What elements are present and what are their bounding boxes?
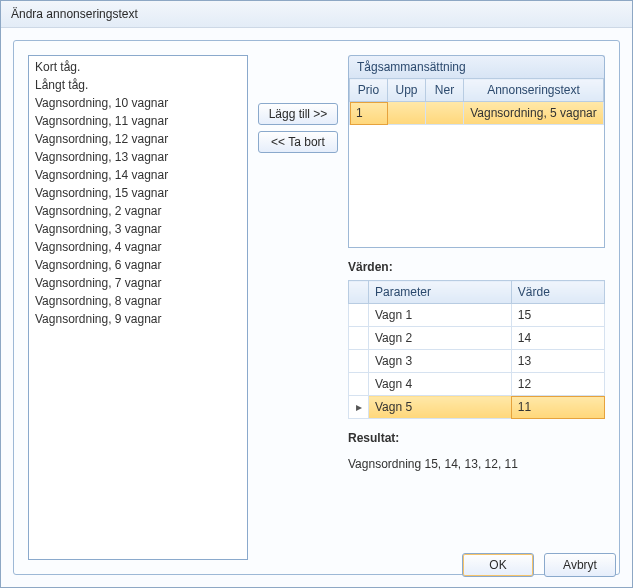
- cell-parameter[interactable]: Vagn 3: [369, 350, 512, 373]
- result-label: Resultat:: [348, 431, 605, 445]
- table-row[interactable]: Vagn 115: [349, 304, 605, 327]
- cell-upp[interactable]: [388, 102, 426, 125]
- table-row[interactable]: Vagn 214: [349, 327, 605, 350]
- left-column: Kort tåg.Långt tåg.Vagnsordning, 10 vagn…: [28, 55, 248, 560]
- col-prio[interactable]: Prio: [350, 79, 388, 102]
- composition-grid[interactable]: Prio Upp Ner Annonseringstext 1Vagnsordn…: [349, 78, 604, 125]
- col-upp[interactable]: Upp: [388, 79, 426, 102]
- remove-button[interactable]: << Ta bort: [258, 131, 338, 153]
- cell-value[interactable]: 14: [511, 327, 604, 350]
- row-indicator: [349, 350, 369, 373]
- row-indicator: ▸: [349, 396, 369, 419]
- table-row[interactable]: Vagn 313: [349, 350, 605, 373]
- cell-value[interactable]: 11: [511, 396, 604, 419]
- middle-column: Lägg till >> << Ta bort: [258, 55, 338, 560]
- window-title: Ändra annonseringstext: [1, 1, 632, 28]
- table-row[interactable]: Vagn 412: [349, 373, 605, 396]
- list-item[interactable]: Långt tåg.: [29, 76, 247, 94]
- list-item[interactable]: Vagnsordning, 14 vagnar: [29, 166, 247, 184]
- cell-parameter[interactable]: Vagn 5: [369, 396, 512, 419]
- list-item[interactable]: Vagnsordning, 11 vagnar: [29, 112, 247, 130]
- list-item[interactable]: Vagnsordning, 10 vagnar: [29, 94, 247, 112]
- ok-button[interactable]: OK: [462, 553, 534, 577]
- composition-header: Tågsammansättning: [348, 55, 605, 78]
- list-item[interactable]: Vagnsordning, 6 vagnar: [29, 256, 247, 274]
- list-item[interactable]: Vagnsordning, 13 vagnar: [29, 148, 247, 166]
- row-indicator: [349, 304, 369, 327]
- values-grid-wrap: Parameter Värde Vagn 115Vagn 214Vagn 313…: [348, 280, 605, 419]
- list-item[interactable]: Kort tåg.: [29, 58, 247, 76]
- available-texts-list[interactable]: Kort tåg.Långt tåg.Vagnsordning, 10 vagn…: [28, 55, 248, 560]
- col-row-indicator: [349, 281, 369, 304]
- add-button[interactable]: Lägg till >>: [258, 103, 338, 125]
- cell-prio[interactable]: 1: [350, 102, 388, 125]
- composition-grid-wrap: Prio Upp Ner Annonseringstext 1Vagnsordn…: [348, 78, 605, 248]
- dialog-content: Kort tåg.Långt tåg.Vagnsordning, 10 vagn…: [1, 28, 632, 587]
- cell-parameter[interactable]: Vagn 2: [369, 327, 512, 350]
- cell-value[interactable]: 12: [511, 373, 604, 396]
- table-row[interactable]: ▸Vagn 511: [349, 396, 605, 419]
- list-item[interactable]: Vagnsordning, 4 vagnar: [29, 238, 247, 256]
- list-item[interactable]: Vagnsordning, 2 vagnar: [29, 202, 247, 220]
- cell-value[interactable]: 13: [511, 350, 604, 373]
- row-indicator: [349, 373, 369, 396]
- cell-value[interactable]: 15: [511, 304, 604, 327]
- values-label: Värden:: [348, 260, 605, 274]
- list-item[interactable]: Vagnsordning, 9 vagnar: [29, 310, 247, 328]
- col-annonseringstext[interactable]: Annonseringstext: [464, 79, 604, 102]
- values-grid[interactable]: Parameter Värde Vagn 115Vagn 214Vagn 313…: [348, 280, 605, 419]
- cell-parameter[interactable]: Vagn 1: [369, 304, 512, 327]
- list-item[interactable]: Vagnsordning, 8 vagnar: [29, 292, 247, 310]
- result-text: Vagnsordning 15, 14, 13, 12, 11: [348, 457, 605, 471]
- col-parameter[interactable]: Parameter: [369, 281, 512, 304]
- cancel-button[interactable]: Avbryt: [544, 553, 616, 577]
- list-item[interactable]: Vagnsordning, 12 vagnar: [29, 130, 247, 148]
- table-row[interactable]: 1Vagnsordning, 5 vagnar: [350, 102, 604, 125]
- dialog-window: Ändra annonseringstext Kort tåg.Långt tå…: [0, 0, 633, 588]
- list-item[interactable]: Vagnsordning, 3 vagnar: [29, 220, 247, 238]
- cell-annonseringstext[interactable]: Vagnsordning, 5 vagnar: [464, 102, 604, 125]
- list-item[interactable]: Vagnsordning, 7 vagnar: [29, 274, 247, 292]
- dialog-frame: Kort tåg.Långt tåg.Vagnsordning, 10 vagn…: [13, 40, 620, 575]
- list-item[interactable]: Vagnsordning, 15 vagnar: [29, 184, 247, 202]
- col-value[interactable]: Värde: [511, 281, 604, 304]
- right-column: Tågsammansättning Prio Upp Ner Annonseri…: [348, 55, 605, 560]
- col-ner[interactable]: Ner: [426, 79, 464, 102]
- cell-parameter[interactable]: Vagn 4: [369, 373, 512, 396]
- dialog-footer-buttons: OK Avbryt: [462, 553, 616, 577]
- row-indicator: [349, 327, 369, 350]
- cell-ner[interactable]: [426, 102, 464, 125]
